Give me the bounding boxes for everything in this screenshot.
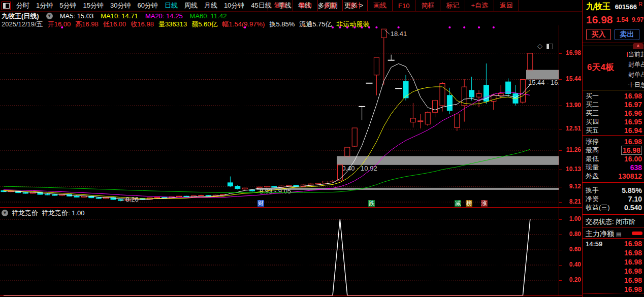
toolbar-button-2[interactable]: 多股 [317,0,342,11]
tab-period-3[interactable]: 15分钟 [83,1,103,10]
axis-border [559,25,559,296]
divider [583,238,644,239]
tab-period-2[interactable]: 5分钟 [59,1,76,10]
event-marker-财[interactable]: 财 [257,200,264,207]
candle-body [199,195,204,196]
info-value: 0.540 [624,204,642,212]
sub-indicator-name[interactable]: 祥龙竞价 [12,209,38,218]
collapse-tab-icon[interactable]: ∧ [633,43,643,49]
toolbar-button-0[interactable]: 复权 [268,0,293,11]
signal-dot [353,26,356,28]
candle-body [374,57,379,75]
event-marker-榜[interactable]: 榜 [466,200,472,207]
tab-period-6[interactable]: 日线 [165,1,178,10]
window-split-icon[interactable] [546,44,553,49]
chevron-down-icon[interactable]: ▼ [2,210,8,216]
divider [583,182,644,183]
event-marker-跌[interactable]: 跌 [368,200,375,207]
info-row-换手: 换手5.85% [583,186,644,194]
tick-row-2: 16.98 [583,257,644,267]
tick-row-0: 14:5916.98 [583,239,644,248]
chart-corner-icons: ◇ [537,42,553,50]
seal-info-lines: 当前封封单占封单占十日总 [628,49,644,90]
bid-table: 买一16.98买二16.97买三16.96买四16.95买五16.94 [583,91,644,135]
sell-button[interactable]: 卖出 [615,29,639,40]
candle-body [177,196,182,196]
candle-body [81,196,86,197]
bid-price: 16.96 [624,109,642,117]
candle-body [308,184,313,185]
candle-body [323,181,328,183]
price-axis-label: 12.51 [560,125,581,133]
ma-label-2: MA10: 14.71 [101,12,138,20]
candle-body [264,186,269,187]
candle-body [498,94,503,95]
candle-body [425,112,430,124]
bid-price: 16.98 [624,92,642,100]
main-net-row[interactable]: 主力净额▤ [586,229,621,239]
sub-indicator-value: 祥龙竞价: 1.00 [42,209,85,218]
signal-dot [448,26,450,28]
split-pane-icon [3,3,10,9]
toolbar-button-5[interactable]: F10 [392,0,415,11]
layout-panel-icon[interactable] [2,2,11,10]
tick-price: 16.98 [624,240,642,248]
toolbar-button-9[interactable]: 返回 [494,0,519,11]
toolbar-button-3[interactable]: 统计 [342,0,367,11]
bid-price: 16.94 [624,126,642,135]
ma-label-1: MA5: 15.03 [60,12,94,20]
signal-dot [398,26,400,28]
list-icon: ▤ [616,231,621,237]
diamond-marker-icon[interactable]: ◇ [537,42,542,50]
candle-body [154,197,159,197]
sub-axis-label: 0.40 [560,261,581,269]
bid-row-5[interactable]: 买五16.94 [583,126,644,135]
bid-row-4[interactable]: 买四16.95 [583,117,644,126]
tab-period-0[interactable]: 分时 [16,1,29,10]
seal-indicator-icon [627,52,628,57]
toolbar-button-1[interactable]: 叠加 [293,0,317,11]
toolbar-button-4[interactable]: 画线 [367,0,392,11]
sub-axis-label: 0.20 [560,276,581,284]
bid-label: 买四 [586,117,599,126]
event-marker-涨[interactable]: 涨 [481,200,488,207]
tab-period-9[interactable]: 10分钟 [224,1,244,10]
gap-zone-label: 10.40 - 10.92 [338,164,377,172]
divider [583,214,644,215]
toolbar-actions: 复权叠加多股统计画线F10简框标记+自选返回 [268,0,519,11]
bid-row-3[interactable]: 买三16.96 [583,109,644,117]
tab-period-1[interactable]: 1分钟 [36,1,53,10]
chevron-down-icon[interactable]: ▼ [46,13,53,19]
chart-header: 九牧王(日线) ▼ MA5: 15.03MA10: 14.71MA20: 14.… [2,12,227,20]
tdx-app-window: 分时1分钟5分钟15分钟30分钟60分钟日线周线月线10分钟45日线季线年线多周… [0,0,644,297]
toolbar-button-6[interactable]: 简框 [415,0,440,11]
tick-price: 16.98 [624,276,642,284]
trade-status: 交易状态: 闭市阶 [586,217,643,226]
tab-period-5[interactable]: 60分钟 [137,1,157,10]
stat-value: 638 [630,163,642,172]
top-toolbar: 分时1分钟5分钟15分钟30分钟60分钟日线周线月线10分钟45日线季线年线多周… [0,0,582,12]
bid-row-2[interactable]: 买二16.97 [583,100,644,109]
tick-row-4: 16.98 [583,276,644,285]
buy-button[interactable]: 买入 [586,29,611,40]
toolbar-button-8[interactable]: +自选 [465,0,494,11]
tab-period-8[interactable]: 月线 [204,1,217,10]
bid-label: 买三 [586,109,599,118]
info-row-收益(三): 收益(三)0.540 [583,203,644,212]
candle-body [469,90,474,97]
bid-row-1[interactable]: 买一16.98 [583,91,644,100]
event-marker-减[interactable]: 减 [455,200,461,207]
info-table: 换手5.85%净资7.10收益(三)0.540 [583,186,644,212]
seal-line-0: 当前封 [628,49,644,59]
candle-body [52,195,57,195]
margin-flag: R [639,2,642,7]
tab-period-4[interactable]: 30分钟 [110,1,131,10]
sub-indicator-chart[interactable] [0,218,559,295]
ma-line-5 [4,63,530,200]
candle-body [286,185,292,186]
tab-period-7[interactable]: 周线 [184,1,198,10]
stat-label: 涨停 [586,137,599,146]
toolbar-button-7[interactable]: 标记 [440,0,465,11]
bid-price: 16.95 [624,118,642,126]
candlestick-chart[interactable]: 8.93 - 9.0510.40 - 10.9215.44 - 16.0018.… [0,25,559,207]
